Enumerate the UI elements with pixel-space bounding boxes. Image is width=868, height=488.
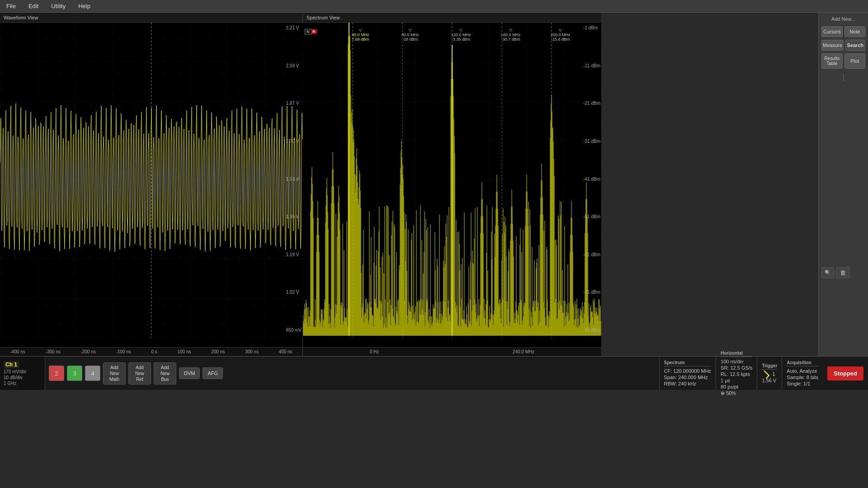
horizontal-rl: RL: 12.5 kpts: [721, 371, 752, 377]
acquisition-sample: Sample: 8 bits: [787, 375, 818, 380]
right-sidebar: Add New... Cursors Note Measure Search R…: [818, 13, 868, 356]
trigger-info-section: Trigger 1 1.56 V: [757, 357, 782, 390]
spectrum-title: Spectrum View: [303, 13, 601, 23]
dvm-button[interactable]: DVM: [179, 367, 200, 379]
charts-row: Waveform View 2... ▽ ⬓ 🔍 C1: [0, 13, 868, 356]
ch4-button[interactable]: 4: [85, 366, 100, 381]
marker-120mhz: ▽ 120.0 MHz -3.35 dBm: [451, 28, 471, 42]
channel-vdiv: 170 mV/div: [4, 369, 41, 374]
spectrum-cf: CF: 120.000000 MHz: [664, 368, 712, 374]
channel-label: Ch 1: [4, 361, 19, 368]
spectrum-section-title: Spectrum: [664, 360, 712, 366]
results-table-button[interactable]: ResultsTable: [821, 53, 843, 69]
trigger-level: 1.56 V: [762, 378, 777, 383]
bottom-center: 2 3 4 AddNewMath AddNewRef AddNewBus DVM…: [45, 357, 659, 390]
channel-freq: 1 GHz: [4, 381, 41, 386]
measure-button[interactable]: Measure: [821, 40, 844, 51]
waveform-canvas[interactable]: [0, 23, 303, 338]
afg-button[interactable]: AFG: [203, 367, 223, 379]
horizontal-pts: 80 ps/pt: [721, 384, 752, 389]
marker-80mhz: ▽ 80.0 MHz -28 dBm: [401, 28, 419, 42]
add-ref-button[interactable]: AddNewRef: [128, 362, 151, 385]
ch2-button[interactable]: 2: [49, 366, 64, 381]
horizontal-info-section: Horizontal 100 ns/div SR: 12.5 GS/s RL: …: [716, 357, 757, 390]
cursors-button[interactable]: Cursors: [821, 26, 843, 37]
spectrum-rbw: RBW: 240 kHz: [664, 381, 712, 386]
trash-button[interactable]: 🗑: [836, 267, 850, 278]
add-math-button[interactable]: AddNewMath: [103, 362, 126, 385]
n-badge: N: [305, 28, 311, 34]
acquisition-mode: Auto, Analyze: [787, 368, 818, 374]
acquisition-single: Single: 1/1: [787, 381, 818, 386]
spectrum-span: Span: 240.000 MHz: [664, 375, 712, 380]
sidebar-divider: ⋮: [821, 73, 865, 82]
plot-button[interactable]: Plot: [844, 53, 866, 69]
menu-edit[interactable]: Edit: [26, 2, 41, 10]
sidebar-bottom-tools: 🔍 🗑: [821, 267, 865, 278]
menu-utility[interactable]: Utility: [48, 2, 68, 10]
trigger-section-title: Trigger: [762, 363, 777, 370]
waveform-x-axis: -400 ns -300 ns -200 ns -100 ns 0 s 100 …: [0, 347, 302, 356]
marker-200mhz: ▽ 200.0 MHz -15.6 dBm: [551, 28, 571, 42]
add-bus-button[interactable]: AddNewBus: [154, 362, 176, 385]
menu-bar: File Edit Utility Help: [0, 0, 868, 13]
spectrum-canvas[interactable]: [303, 23, 601, 338]
marker-160mhz: ▽ 160.0 MHz -30.7 dBm: [501, 28, 521, 42]
stopped-button[interactable]: Stopped: [827, 366, 863, 380]
acquisition-info-section: Acquisition Auto, Analyze Sample: 8 bits…: [782, 357, 823, 390]
zoom-button[interactable]: 🔍: [821, 267, 834, 278]
spectrum-x-axis: 0 Hz 240.0 MHz: [303, 347, 601, 356]
waveform-panel: Waveform View 2... ▽ ⬓ 🔍 C1: [0, 13, 303, 356]
menu-help[interactable]: Help: [75, 2, 93, 10]
bottom-bar: Ch 1 170 mV/div 10 dB/div 1 GHz 2 3 4 Ad…: [0, 356, 868, 390]
horizontal-sr: SR: 12.5 GS/s: [721, 365, 752, 371]
horizontal-extra: 1 µs: [721, 378, 752, 383]
marker-40mhz: ▽ 40.0 MHz 7.59 dBm: [352, 28, 369, 42]
channel-info: Ch 1 170 mV/div 10 dB/div 1 GHz: [0, 357, 45, 390]
note-button[interactable]: Note: [844, 26, 866, 37]
trigger-ch: 1: [762, 371, 777, 377]
spectrum-info-section: Spectrum CF: 120.000000 MHz Span: 240.00…: [659, 357, 716, 390]
horizontal-nsdiv: 100 ns/div: [721, 359, 752, 364]
add-new-label: Add New...: [821, 16, 865, 22]
r-badge: R: [311, 28, 317, 34]
search-button[interactable]: Search: [845, 40, 865, 51]
waveform-title: Waveform View 2...: [0, 13, 302, 23]
acquisition-section-title: Acquisition: [787, 360, 818, 366]
ch3-button[interactable]: 3: [67, 366, 82, 381]
channel-dbdiv: 10 dB/div: [4, 375, 41, 380]
horizontal-pct: ⊕ 50%: [721, 390, 752, 396]
main-area: Waveform View 2... ▽ ⬓ 🔍 C1: [0, 13, 868, 488]
spectrum-panel: Spectrum View N R ▽ 40.0 MHz 7.59 dBm ▽: [303, 13, 601, 356]
menu-file[interactable]: File: [4, 2, 19, 10]
